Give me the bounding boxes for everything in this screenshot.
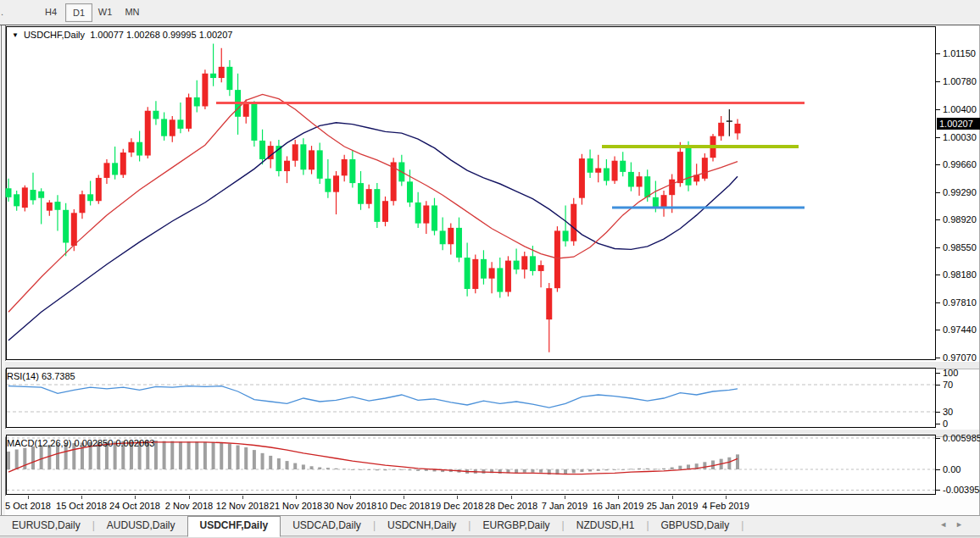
- price-axis-label: 0.98550: [943, 242, 977, 252]
- time-axis-tick: [672, 496, 673, 499]
- time-axis-label: 30 Nov 2018: [324, 501, 376, 511]
- chart-tab-usdcnh[interactable]: USDCNH,Daily: [376, 516, 468, 535]
- price-axis-label: 0.97440: [943, 324, 977, 335]
- time-axis-label: 15 Oct 2018: [56, 501, 107, 511]
- tab-scroll-right-icon[interactable]: ►: [955, 520, 972, 529]
- rsi-axis-tick: [936, 412, 940, 413]
- chart-ohlc-values: 1.00077 1.00268 0.99995 1.00207: [90, 30, 232, 40]
- candlestick-plot[interactable]: [0, 25, 980, 360]
- chart-tab-nzdusd[interactable]: NZDUSD,H1: [565, 516, 647, 535]
- timeframe-button-h4[interactable]: H4: [38, 3, 64, 20]
- time-axis-tick: [242, 496, 243, 499]
- time-axis-label: 16 Jan 2019: [593, 501, 644, 511]
- chart-workspace: ▼USDCHF,Daily 1.00077 1.00268 0.99995 1.…: [0, 25, 980, 515]
- time-axis-label: 5 Oct 2018: [5, 501, 51, 511]
- timeframe-toolbar: . H4D1W1MN: [0, 0, 980, 25]
- current-price-box: 1.00207: [937, 118, 980, 130]
- chart-tab-eurusd[interactable]: EURUSD,Daily: [0, 516, 92, 535]
- time-axis-label: 21 Nov 2018: [270, 501, 322, 511]
- tab-scroll-left-icon[interactable]: ◄: [939, 520, 955, 529]
- time-axis-tick: [189, 496, 190, 499]
- timeframe-button-w1[interactable]: W1: [92, 3, 118, 20]
- chart-dropdown-icon[interactable]: ▼: [12, 31, 19, 39]
- price-axis-label: 0.97810: [943, 297, 977, 308]
- price-axis-tick: [936, 219, 940, 220]
- price-axis-tick: [936, 302, 940, 303]
- price-axis-label: 1.00780: [943, 76, 977, 86]
- price-axis-tick: [936, 164, 940, 165]
- time-axis-tick: [511, 496, 512, 499]
- price-axis-tick: [936, 330, 940, 330]
- macd-axis-label: -0.003954: [943, 485, 980, 495]
- time-axis-label: 7 Jan 2019: [542, 501, 587, 511]
- time-axis-tick: [81, 496, 82, 499]
- price-axis-label: 0.98920: [943, 214, 977, 225]
- time-axis-tick: [296, 496, 297, 499]
- chart-tab-eurgbp[interactable]: EURGBP,Daily: [471, 516, 561, 535]
- tab-separator: |: [741, 516, 743, 535]
- chart-header: ▼USDCHF,Daily 1.00077 1.00268 0.99995 1.…: [12, 30, 232, 40]
- price-axis-label: 1.00030: [943, 132, 977, 142]
- time-axis-label: 12 Nov 2018: [216, 501, 269, 511]
- price-axis-label: 0.98180: [943, 269, 977, 280]
- rsi-axis-tick: [936, 385, 940, 385]
- macd-axis-tick: [936, 490, 940, 491]
- price-axis-label: 0.99290: [943, 187, 977, 197]
- chart-symbol-title: USDCHF,Daily: [24, 30, 85, 40]
- timeframe-button-d1[interactable]: D1: [65, 3, 92, 22]
- rsi-axis-label: 0: [943, 419, 948, 429]
- price-axis-tick: [936, 192, 940, 193]
- toolbar-overflow-glyph: .: [1, 7, 3, 17]
- chart-tab-gbpusd[interactable]: GBPUSD,Daily: [649, 516, 742, 535]
- price-axis-label: 0.99660: [943, 159, 977, 169]
- time-axis-tick: [350, 496, 351, 499]
- time-axis-label: 19 Dec 2018: [431, 501, 483, 511]
- price-axis-tick: [936, 81, 940, 82]
- time-axis-tick: [457, 496, 458, 499]
- mt4-terminal-window: . H4D1W1MN ▼USDCHF,Daily 1.00077 1.00268…: [0, 0, 980, 538]
- time-axis-label: 28 Dec 2018: [485, 501, 537, 511]
- chart-tab-usdchf[interactable]: USDCHF,Daily: [187, 516, 281, 537]
- price-axis-tick: [936, 358, 940, 358]
- timeframe-button-mn[interactable]: MN: [120, 3, 145, 20]
- macd-axis-label: 0.00: [943, 464, 961, 474]
- time-axis-tick: [726, 496, 727, 499]
- rsi-axis-tick: [936, 424, 940, 424]
- macd-label: MACD(12,26,9) 0.002850 0.002063: [7, 438, 154, 448]
- time-axis-label: 24 Oct 2018: [109, 501, 160, 511]
- price-axis-tick: [936, 53, 940, 54]
- chart-tab-audusd[interactable]: AUDUSD,Daily: [95, 516, 187, 535]
- price-axis-tick: [936, 109, 940, 110]
- time-axis[interactable]: 5 Oct 201815 Oct 201824 Oct 20182 Nov 20…: [5, 496, 979, 515]
- time-axis-label: 4 Feb 2019: [702, 501, 749, 511]
- macd-axis-tick: [936, 438, 940, 439]
- time-axis-tick: [28, 496, 29, 499]
- rsi-axis-label: 30: [943, 407, 953, 417]
- time-axis-tick: [618, 496, 619, 499]
- price-axis-label: 0.97070: [943, 352, 977, 363]
- rsi-axis-label: 70: [943, 380, 953, 390]
- time-axis-label: 25 Jan 2019: [647, 501, 699, 511]
- time-axis-tick: [135, 496, 136, 499]
- chart-tab-bar: EURUSD,Daily|AUDUSD,DailyUSDCHF,DailyUSD…: [0, 515, 980, 536]
- time-axis-label: 10 Dec 2018: [377, 501, 430, 511]
- price-axis-tick: [936, 275, 940, 275]
- price-axis-label: 1.01150: [943, 48, 976, 58]
- macd-axis-tick: [936, 469, 940, 470]
- chart-tab-usdcad[interactable]: USDCAD,Daily: [281, 516, 373, 535]
- rsi-axis-tick: [936, 373, 940, 374]
- time-axis-tick: [565, 496, 565, 499]
- time-axis-tick: [404, 496, 404, 499]
- price-axis-label: 1.00400: [943, 104, 977, 114]
- price-axis-tick: [936, 137, 940, 138]
- price-axis-tick: [936, 247, 940, 248]
- rsi-label: RSI(14) 63.7385: [7, 371, 75, 381]
- time-axis-label: 2 Nov 2018: [165, 501, 213, 511]
- tab-scroll-arrows: ◄►: [939, 520, 972, 529]
- macd-axis-label: 0.005985: [943, 433, 980, 443]
- rsi-axis-label: 100: [943, 368, 958, 378]
- rsi-plot[interactable]: [0, 368, 980, 428]
